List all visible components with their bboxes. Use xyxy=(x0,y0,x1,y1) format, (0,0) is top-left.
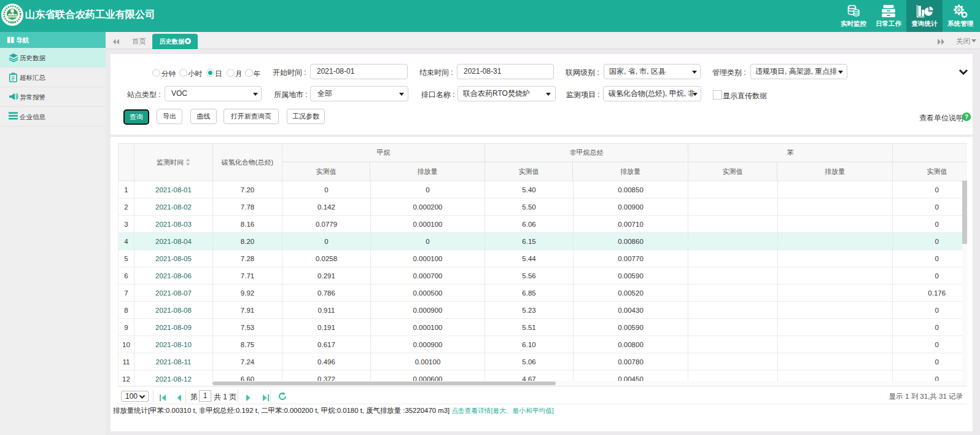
svg-text:?: ? xyxy=(965,114,968,120)
svg-text:MEE: MEE xyxy=(9,21,15,24)
